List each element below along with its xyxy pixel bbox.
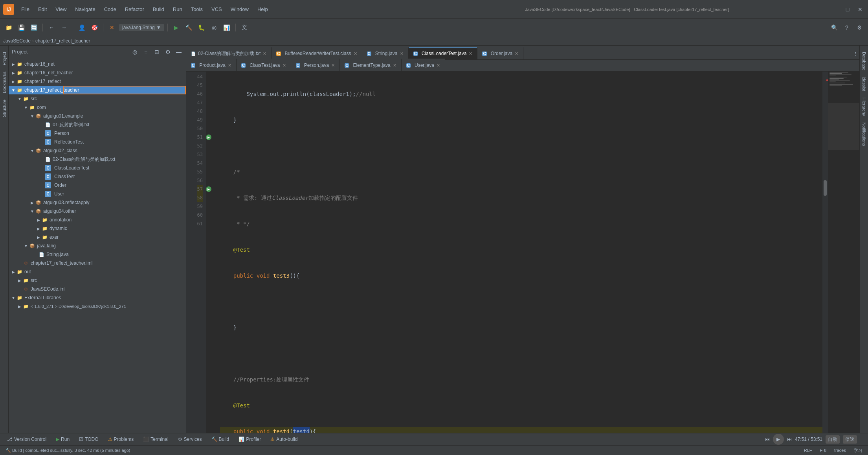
menu-build[interactable]: Build — [149, 5, 168, 14]
right-tab-hierarchy[interactable]: Hierarchy — [861, 94, 868, 119]
tree-item-jdk[interactable]: ▶ 📁 < 1.8.0_271 > D:\develop_tools\JDK\j… — [9, 302, 186, 311]
menu-refactor[interactable]: Refactor — [121, 5, 148, 14]
menu-edit[interactable]: Edit — [34, 5, 51, 14]
tool-todo[interactable]: ☑ TODO — [75, 435, 102, 444]
video-next-button[interactable]: ⏭ — [787, 437, 792, 442]
menu-view[interactable]: View — [51, 5, 70, 14]
tab-product[interactable]: C Product.java ✕ — [186, 59, 237, 71]
rlf-status[interactable]: RLF — [802, 448, 815, 453]
breadcrumb-project[interactable]: JavaSECode — [3, 38, 31, 44]
tab-close-button[interactable]: ✕ — [283, 63, 286, 68]
sidebar-tab-bookmarks[interactable]: Bookmarks — [1, 68, 8, 96]
tree-item-order[interactable]: C Order — [9, 181, 186, 190]
tree-item-classtest[interactable]: C ClassTest — [9, 172, 186, 181]
translate-button[interactable]: 文 — [239, 22, 250, 33]
tab-person[interactable]: C Person.java ✕ — [291, 59, 340, 71]
right-tab-database[interactable]: Database — [861, 49, 868, 74]
close-file-button[interactable]: ✕ — [106, 22, 117, 33]
tab-bufferedreader[interactable]: C BufferedReaderWriterTest.class ✕ — [272, 47, 362, 59]
tab-order-java[interactable]: C Order.java ✕ — [477, 47, 523, 59]
menu-navigate[interactable]: Navigate — [71, 5, 99, 14]
tool-run[interactable]: ▶ Run — [52, 435, 73, 444]
tab-close-button[interactable]: ✕ — [393, 63, 396, 68]
tree-item-chapter17-reflect-teacher[interactable]: ▼ 📁 chapter17_reflect_teacher — [9, 86, 186, 94]
tree-item-01-txt[interactable]: 📄 01-反射的举例.txt — [9, 120, 186, 129]
tool-problems[interactable]: ⚠ Problems — [104, 435, 138, 444]
tree-item-iml[interactable]: ⚙ chapter17_reflect_teacher.iml — [9, 259, 186, 267]
tree-item-src2[interactable]: ▶ 📁 src — [9, 276, 186, 285]
tab-elementtype[interactable]: C ElementType.java ✕ — [340, 59, 402, 71]
debug-button[interactable]: 🐛 — [196, 22, 207, 33]
tree-item-reflectiontest[interactable]: C ReflectionTest — [9, 138, 186, 146]
project-expand-button[interactable]: ≡ — [142, 48, 150, 56]
search-button[interactable]: 🔍 — [829, 22, 840, 33]
breadcrumb-module[interactable]: chapter17_reflect_teacher — [35, 38, 90, 44]
tab-string-java[interactable]: C String.java ✕ — [362, 47, 409, 59]
tab-close-button[interactable]: ✕ — [400, 51, 404, 56]
tree-item-classloadertest[interactable]: C ClassLoaderTest — [9, 164, 186, 172]
tab-classloadertest[interactable]: C ClassLoaderTest.java ✕ — [409, 47, 478, 59]
target-button[interactable]: 🎯 — [89, 22, 100, 33]
right-tab-jdassist[interactable]: jdassist — [861, 74, 868, 94]
tab-02class-txt[interactable]: 📄 02-Class的理解与类的加载.txt ✕ — [186, 47, 272, 59]
profile-button[interactable]: 📊 — [221, 22, 232, 33]
tab-close-button[interactable]: ✕ — [437, 63, 440, 68]
forward-button[interactable]: → — [59, 22, 70, 33]
tab-close-button[interactable]: ✕ — [263, 51, 266, 56]
sync-button[interactable]: 🔄 — [28, 22, 39, 33]
user-button[interactable]: 👤 — [76, 22, 87, 33]
traces-status[interactable]: traces — [832, 448, 848, 453]
tree-item-out[interactable]: ▶ 📁 out — [9, 267, 186, 276]
right-tab-notifications[interactable]: Notifications — [861, 119, 868, 149]
tool-autobuild[interactable]: ⚠ Auto-build — [266, 435, 301, 444]
tree-item-atguigu01[interactable]: ▼ 📦 atguigu01.example — [9, 112, 186, 120]
video-auto[interactable]: 自动 — [826, 435, 840, 444]
tree-item-user[interactable]: C User — [9, 190, 186, 198]
coverage-button[interactable]: ◎ — [209, 22, 220, 33]
tree-item-javasecode-iml[interactable]: ⚙ JavaSECode.iml — [9, 285, 186, 293]
tree-item-atguigu04[interactable]: ▼ 📦 atguigu04.other — [9, 207, 186, 216]
tab-close-button[interactable]: ✕ — [515, 51, 518, 56]
open-folder-button[interactable]: 📁 — [3, 22, 14, 33]
settings-button[interactable]: ⚙ — [854, 22, 865, 33]
menu-code[interactable]: Code — [100, 5, 120, 14]
project-settings-button[interactable]: ⚙ — [164, 48, 172, 56]
tree-item-atguigu03[interactable]: ▶ 📦 atguigu03.reflectapply — [9, 198, 186, 207]
tree-item-chapter17-reflect[interactable]: ▶ 📁 chapter17_reflect — [9, 77, 186, 86]
menu-vcs[interactable]: VCS — [207, 5, 226, 14]
tool-version-control[interactable]: ⎇ Version Control — [3, 435, 50, 444]
video-prev-button[interactable]: ⏮ — [765, 437, 770, 442]
tab-more-button[interactable]: ⋮ — [851, 48, 859, 59]
tree-item-chapter16-net[interactable]: ▶ 📁 chapter16_net — [9, 60, 186, 68]
minimap-viewport[interactable] — [828, 103, 859, 150]
menu-file[interactable]: File — [17, 5, 33, 14]
menu-run[interactable]: Run — [169, 5, 186, 14]
maximize-button[interactable]: □ — [843, 5, 852, 14]
tab-user[interactable]: C User.java ✕ — [402, 59, 445, 71]
sidebar-tab-structure[interactable]: Structure — [1, 96, 8, 120]
video-play-button[interactable]: ▶ — [773, 434, 784, 445]
back-button[interactable]: ← — [46, 22, 57, 33]
project-collapse-button[interactable]: ⊟ — [153, 48, 161, 56]
scroll-indicator[interactable] — [822, 72, 828, 433]
run-indicator-test4[interactable]: ▶ — [206, 186, 211, 192]
tool-profiler[interactable]: 📊 Profiler — [235, 435, 265, 444]
build-status[interactable]: 🔨 Build | compl...eted suc...ssfully. 3 … — [3, 448, 132, 453]
tool-build[interactable]: 🔨 Build — [207, 435, 233, 444]
run-button[interactable]: ▶ — [171, 22, 182, 33]
tree-item-annotation[interactable]: ▶ 📁 annotation — [9, 216, 186, 224]
code-editor[interactable]: System.out.println(classLoader1);//null … — [214, 72, 822, 433]
tree-item-com[interactable]: ▼ 📁 com — [9, 103, 186, 112]
tree-item-02-class-txt[interactable]: 📄 02-Class的理解与类的加载.txt — [9, 155, 186, 164]
tab-classtest[interactable]: C ClassTest.java ✕ — [237, 59, 291, 71]
scroll-thumb[interactable] — [824, 180, 827, 196]
tree-item-exer[interactable]: ▶ 📁 exer — [9, 233, 186, 241]
menu-help[interactable]: Help — [253, 5, 272, 14]
tab-close-button[interactable]: ✕ — [354, 51, 357, 56]
tab-close-button[interactable]: ✕ — [331, 63, 335, 68]
tab-close-button[interactable]: ✕ — [228, 63, 231, 68]
help-button[interactable]: ? — [841, 22, 852, 33]
save-button[interactable]: 💾 — [16, 22, 27, 33]
tree-item-external-libs[interactable]: ▼ 📁 External Libraries — [9, 293, 186, 302]
tab-close-button[interactable]: ✕ — [469, 51, 472, 56]
